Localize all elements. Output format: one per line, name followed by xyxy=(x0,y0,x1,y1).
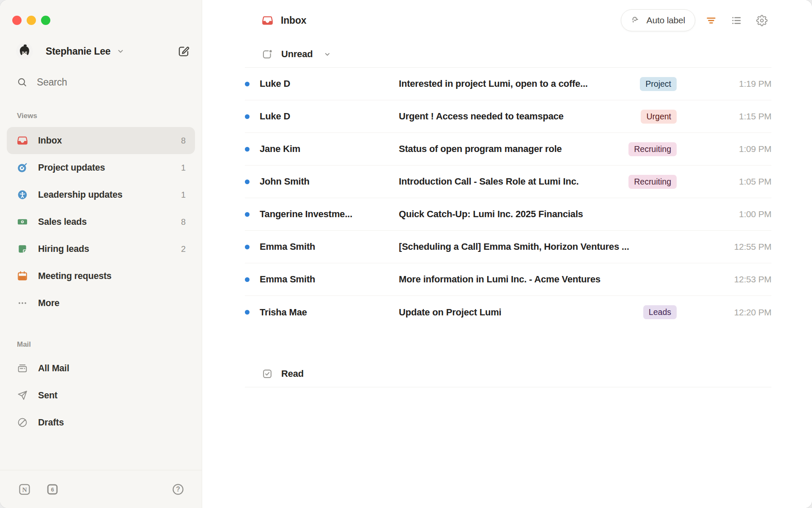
auto-label-button[interactable]: Auto label xyxy=(621,9,695,31)
minimize-window-button[interactable] xyxy=(27,16,36,25)
compose-icon xyxy=(177,45,190,58)
unread-count: 2 xyxy=(181,244,186,254)
email-label-badge: Urgent xyxy=(641,110,677,124)
unread-indicator xyxy=(245,147,260,152)
sidebar-item-more[interactable]: More xyxy=(7,290,195,317)
avatar xyxy=(16,43,33,60)
email-row[interactable]: Jane Kim Status of open program manager … xyxy=(245,133,771,166)
unread-dot xyxy=(245,179,250,184)
email-time: 12:53 PM xyxy=(721,274,771,284)
search-button[interactable]: Search xyxy=(17,77,191,88)
compose-button[interactable] xyxy=(176,44,191,58)
sidebar-item-label: Sales leads xyxy=(38,217,87,227)
email-time: 12:20 PM xyxy=(721,307,771,318)
close-window-button[interactable] xyxy=(12,16,22,25)
sidebar-item-inbox[interactable]: Inbox 8 xyxy=(7,127,195,154)
unread-dot xyxy=(245,147,250,152)
unread-indicator xyxy=(245,277,260,282)
svg-text:6: 6 xyxy=(51,486,54,493)
help-button[interactable]: ? xyxy=(171,483,185,496)
banknote-icon xyxy=(17,216,28,227)
views-section-label: Views xyxy=(17,112,202,120)
user-name: Stephanie Lee xyxy=(46,46,110,57)
unread-count: 8 xyxy=(181,217,186,227)
unread-dot xyxy=(245,277,250,282)
sidebar-item-sent[interactable]: Sent xyxy=(7,382,195,409)
email-sender: Trisha Mae xyxy=(260,307,399,318)
email-row[interactable]: John Smith Introduction Call - Sales Rol… xyxy=(245,166,771,198)
notion-app-button[interactable]: N xyxy=(18,483,31,496)
sidebar-item-label: All Mail xyxy=(38,363,69,374)
email-label-badge: Recruiting xyxy=(628,175,677,189)
account-switcher[interactable]: Stephanie Lee xyxy=(16,43,125,60)
sidebar-item-drafts[interactable]: Drafts xyxy=(7,409,195,436)
email-row[interactable]: Trisha Mae Update on Project Lumi Leads … xyxy=(245,296,771,329)
svg-text:?: ? xyxy=(176,486,180,493)
sidebar-item-project-updates[interactable]: Project updates 1 xyxy=(7,154,195,181)
email-subject: More information in Lumi Inc. - Acme Ven… xyxy=(399,274,677,285)
calendar-icon xyxy=(17,271,28,282)
sidebar-item-label: Meeting requests xyxy=(38,271,112,282)
email-sender: Luke D xyxy=(260,111,399,122)
email-row[interactable]: Emma Smith [Scheduling a Call] Emma Smit… xyxy=(245,231,771,263)
settings-button[interactable] xyxy=(752,11,771,30)
drafts-icon xyxy=(17,417,28,428)
auto-label-wand-icon xyxy=(631,15,642,26)
sidebar-item-label: Sent xyxy=(38,390,58,401)
email-row[interactable]: Luke D Urgent ! Access needed to teamspa… xyxy=(245,100,771,133)
sidebar-item-meeting-requests[interactable]: Meeting requests xyxy=(7,262,195,290)
sidebar-footer: N 6 ? xyxy=(0,470,202,508)
read-group-header[interactable]: Read xyxy=(245,360,771,387)
sidebar-item-label: Drafts xyxy=(38,417,64,428)
window-controls xyxy=(0,0,202,25)
page-title-group: Inbox xyxy=(245,8,306,33)
unread-dot xyxy=(245,212,250,217)
email-subject: Interested in project Lumi, open to a co… xyxy=(399,78,640,89)
send-icon xyxy=(17,390,28,401)
header-actions: Auto label xyxy=(621,9,771,31)
unread-count: 1 xyxy=(181,163,186,173)
email-time: 1:15 PM xyxy=(721,111,771,121)
email-time: 12:55 PM xyxy=(721,242,771,252)
unread-count: 1 xyxy=(181,190,186,200)
search-label: Search xyxy=(37,77,67,88)
unread-group-header[interactable]: Unread xyxy=(245,41,771,68)
sidebar-item-hiring-leads[interactable]: Hiring leads 2 xyxy=(7,235,195,262)
unread-icon xyxy=(262,49,273,60)
unread-group-label: Unread xyxy=(281,49,313,60)
email-label-badge: Project xyxy=(640,77,677,91)
sidebar-item-sales-leads[interactable]: Sales leads 8 xyxy=(7,208,195,235)
email-sender: Tangerine Investme... xyxy=(260,209,399,220)
views-list: Inbox 8 Project updates 1 xyxy=(0,127,202,317)
unread-dot xyxy=(245,310,250,315)
filter-icon xyxy=(705,15,717,26)
email-sender: Emma Smith xyxy=(260,241,399,252)
email-row[interactable]: Emma Smith More information in Lumi Inc.… xyxy=(245,263,771,296)
email-subject: [Scheduling a Call] Emma Smith, Horizon … xyxy=(399,241,677,252)
target-icon xyxy=(17,162,28,173)
sidebar-item-leadership-updates[interactable]: Leadership updates 1 xyxy=(7,181,195,208)
sidebar: Stephanie Lee Search Views Inbox xyxy=(0,0,202,508)
calendar-app-button[interactable]: 6 xyxy=(46,483,59,496)
email-row[interactable]: Tangerine Investme... Quick Catch-Up: Lu… xyxy=(245,198,771,231)
list-view-button[interactable] xyxy=(727,11,746,30)
app-window: Stephanie Lee Search Views Inbox xyxy=(0,0,812,508)
mail-section-label: Mail xyxy=(17,340,202,349)
unread-indicator xyxy=(245,212,260,217)
filter-button[interactable] xyxy=(701,11,721,30)
search-icon xyxy=(17,77,27,88)
mail-panel: Inbox Auto label xyxy=(202,0,812,508)
email-sender: Luke D xyxy=(260,78,399,89)
chevron-down-icon xyxy=(116,47,125,55)
unread-indicator xyxy=(245,114,260,119)
inbox-icon xyxy=(262,15,273,26)
all-mail-icon xyxy=(17,363,28,374)
unread-dot xyxy=(245,245,250,249)
email-subject: Quick Catch-Up: Lumi Inc. 2025 Financial… xyxy=(399,209,677,220)
chevron-down-icon xyxy=(323,50,332,58)
email-row[interactable]: Luke D Interested in project Lumi, open … xyxy=(245,68,771,100)
accessibility-icon xyxy=(17,189,28,200)
email-time: 1:00 PM xyxy=(721,209,771,219)
zoom-window-button[interactable] xyxy=(41,16,50,25)
sidebar-item-all-mail[interactable]: All Mail xyxy=(7,355,195,382)
